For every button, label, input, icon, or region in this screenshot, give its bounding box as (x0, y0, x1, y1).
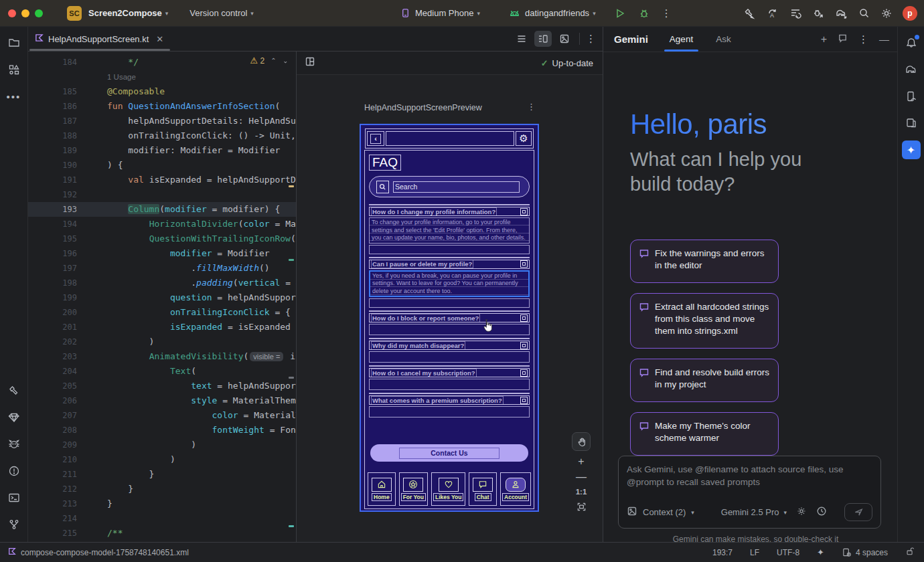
wf-question-row[interactable]: Can I pause or delete my profile? (369, 260, 530, 269)
code-line[interactable]: 200 onTrailingIconClick = { onTrai (28, 305, 296, 320)
code-line[interactable]: 194 HorizontalDivider(color = Material (28, 217, 296, 231)
code-line[interactable]: 207 color = MaterialTheme. (28, 408, 296, 423)
code-line[interactable]: 206 style = MaterialTheme.typo (28, 393, 296, 408)
more-run-options-icon[interactable]: ⋮ (662, 7, 672, 19)
code-line[interactable]: 196 modifier = Modifier (28, 246, 296, 261)
version-control-menu[interactable]: Version control ▾ (189, 8, 254, 18)
wf-question-row[interactable]: How do I cancel my subscription? (369, 368, 530, 377)
code-line[interactable]: 1 Usage (28, 70, 296, 84)
preview-menu-icon[interactable]: ⋮ (527, 102, 536, 112)
code-view-icon[interactable] (513, 31, 530, 47)
wf-question-row[interactable]: Why did my match disappear? (369, 341, 530, 350)
wf-nav-item-chat[interactable]: Chat (469, 472, 497, 506)
device-selector[interactable]: Medium Phone ▾ (398, 7, 480, 20)
terminal-tool-icon[interactable] (5, 488, 23, 507)
hide-panel-icon[interactable]: — (879, 33, 889, 45)
expand-icon[interactable] (520, 260, 528, 268)
code-line[interactable]: 213} (28, 496, 296, 511)
zoom-out-button[interactable]: — (576, 472, 587, 482)
suggestion-card[interactable]: Fix the warnings and errors in the edito… (630, 240, 779, 283)
debug-button[interactable] (637, 7, 651, 20)
preview-canvas[interactable]: HelpAndSupportScreenPreview ⋮ ‹ ⚙ (297, 75, 603, 542)
wf-answer-text[interactable]: Yes, if you need a break, you can pause … (369, 270, 530, 298)
running-devices-icon[interactable] (902, 114, 921, 132)
wf-nav-item-for-you[interactable]: For You (399, 472, 428, 506)
close-tab-icon[interactable]: ✕ (156, 34, 163, 44)
code-line[interactable]: 211 } (28, 467, 296, 482)
logcat-tool-icon[interactable] (5, 435, 23, 454)
model-selector[interactable]: Gemini 2.5 Pro ▾ (721, 507, 787, 517)
settings-gear-icon[interactable] (880, 7, 893, 20)
phone-preview-frame[interactable]: ‹ ⚙ FAQ Se (360, 124, 539, 512)
code-line[interactable]: 210 ) (28, 452, 296, 467)
pan-tool-button[interactable] (572, 432, 591, 451)
code-line[interactable]: 188 onTrailingIconClick: () -> Unit, (28, 128, 296, 143)
design-view-icon[interactable] (556, 31, 573, 47)
search-everywhere-icon[interactable] (857, 7, 870, 20)
gemini-options-icon[interactable]: ⋮ (858, 33, 868, 45)
project-tool-icon[interactable] (5, 33, 23, 52)
code-line[interactable]: 204 Text( (28, 364, 296, 379)
prompt-history-icon[interactable] (816, 506, 827, 519)
gemini-input-box[interactable]: Ask Gemini, use @filename to attach sour… (618, 456, 881, 529)
tab-ask[interactable]: Ask (713, 27, 734, 52)
gradle-tool-icon[interactable] (902, 60, 921, 79)
usages-hint[interactable]: 1 Usage (107, 73, 136, 81)
expand-icon[interactable] (520, 208, 528, 215)
code-line[interactable]: 191 val isExpanded = helpAndSupportDetai… (28, 173, 296, 187)
code-line[interactable]: 202 ) (28, 335, 296, 349)
send-button[interactable] (844, 503, 872, 521)
code-line[interactable]: 209 ) (28, 438, 296, 452)
previous-warning-icon[interactable]: ⌃ (271, 57, 276, 64)
lock-icon[interactable] (905, 547, 915, 558)
zoom-in-button[interactable]: + (578, 457, 584, 466)
code-editor[interactable]: 184 */1 Usage185@Composable186fun Questi… (28, 52, 297, 542)
code-line[interactable]: 203 AnimatedVisibility(visible = isExpan (28, 349, 296, 364)
build-tool-icon[interactable] (5, 381, 23, 400)
device-manager-icon[interactable] (902, 87, 921, 106)
split-view-icon[interactable] (534, 31, 552, 47)
zoom-reset-button[interactable]: 1:1 (576, 488, 587, 496)
code-line[interactable]: 190) { (28, 158, 296, 173)
warning-stripe-mark[interactable] (289, 185, 294, 187)
wf-question-row[interactable]: How do I block or report someone? (369, 313, 530, 322)
code-line[interactable]: 193 Column(modifier = modifier) { (28, 202, 296, 217)
project-selector[interactable]: Screen2Compose ▾ (88, 8, 168, 18)
attach-image-icon[interactable] (627, 506, 637, 519)
suggestion-card[interactable]: Make my Theme's color scheme warmer (630, 412, 779, 456)
logcat-history-icon[interactable] (789, 7, 802, 20)
next-warning-icon[interactable]: ⌃ (283, 57, 288, 64)
wf-contact-button[interactable]: Contact Us (370, 444, 528, 462)
stripe-mark[interactable] (289, 525, 294, 527)
code-line[interactable]: 205 text = helpAndSupportDetai (28, 379, 296, 393)
suggestion-card[interactable]: Find and resolve build errors in my proj… (630, 359, 779, 402)
preview-layout-icon[interactable] (305, 56, 315, 70)
expand-icon[interactable] (520, 369, 528, 377)
code-line[interactable]: 208 fontWeight = FontWeigh (28, 423, 296, 438)
line-ending-indicator[interactable]: LF (750, 548, 759, 557)
wf-question-row[interactable]: How do I change my profile information? (369, 207, 530, 216)
user-avatar[interactable]: p (903, 6, 917, 21)
inspection-widget[interactable]: ⚠ 2 ⌃ ⌃ (250, 56, 288, 66)
code-line[interactable]: 197 .fillMaxWidth() (28, 261, 296, 276)
tab-agent[interactable]: Agent (667, 27, 696, 52)
wf-nav-item-account[interactable]: Account (500, 472, 531, 506)
fullscreen-window-button[interactable] (35, 9, 43, 17)
info-stripe-mark[interactable] (289, 259, 294, 261)
run-button[interactable] (613, 7, 627, 20)
code-line[interactable]: 212 } (28, 482, 296, 496)
more-tool-windows-icon[interactable]: ••• (5, 87, 23, 106)
code-line[interactable]: 198 .padding(vertical = 4.dp), (28, 276, 296, 290)
run-configuration-selector[interactable]: datingandfriends ▾ (508, 7, 596, 20)
expand-icon[interactable] (520, 314, 528, 322)
chat-history-icon[interactable] (838, 33, 848, 45)
wf-nav-item-home[interactable]: Home (368, 472, 396, 506)
close-window-button[interactable] (8, 9, 16, 17)
problems-tool-icon[interactable] (5, 462, 23, 480)
apply-changes-icon[interactable]: A (766, 7, 779, 20)
code-line[interactable]: 189 modifier: Modifier = Modifier (28, 143, 296, 158)
code-line[interactable]: 186fun QuestionAndAnswerInfoSection( (28, 99, 296, 114)
code-line[interactable]: 195 QuestionWithTrailingIconRow( (28, 231, 296, 246)
code-line[interactable]: 199 question = helpAndSupportDetai (28, 290, 296, 305)
indent-indicator[interactable]: 4 spaces (842, 547, 888, 557)
